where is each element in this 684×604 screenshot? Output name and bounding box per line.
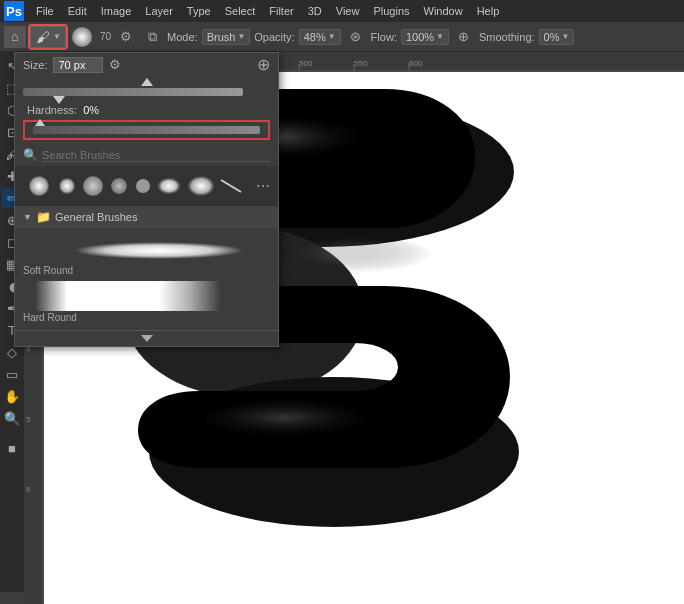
presets-scroll[interactable]: ⋯ <box>256 178 270 194</box>
svg-point-36 <box>111 178 127 194</box>
hard-round-preview <box>23 281 270 311</box>
airbrush-btn[interactable]: ⊕ <box>453 26 475 48</box>
menu-image[interactable]: Image <box>95 3 138 19</box>
smoothing-dropdown[interactable]: 0% ▼ <box>539 29 575 45</box>
hand-tool[interactable]: ✋ <box>2 386 22 406</box>
brush-presets-row: ⋯ <box>15 166 278 206</box>
hardness-slider-thumb[interactable] <box>35 119 45 126</box>
brush-size-display: 70 <box>100 31 111 42</box>
brush-presets-strip <box>23 170 243 202</box>
svg-text:550: 550 <box>354 59 368 68</box>
mode-label: Mode: <box>167 31 198 43</box>
menu-type[interactable]: Type <box>181 3 217 19</box>
brush-item-hard-round[interactable]: Hard Round <box>23 279 270 326</box>
menu-file[interactable]: File <box>30 3 60 19</box>
menu-edit[interactable]: Edit <box>62 3 93 19</box>
svg-point-37 <box>136 179 150 193</box>
flow-label: Flow: <box>371 31 397 43</box>
add-brush-btn[interactable]: ⊕ <box>257 55 270 74</box>
menu-bar: Ps File Edit Image Layer Type Select Fil… <box>0 0 684 22</box>
smoothing-label: Smoothing: <box>479 31 535 43</box>
soft-round-label: Soft Round <box>23 264 270 277</box>
brush-dropdown-chevron: ▼ <box>53 32 61 41</box>
hard-round-label: Hard Round <box>23 311 270 324</box>
brush-preview[interactable] <box>72 27 92 47</box>
hardness-slider-track[interactable] <box>33 126 260 134</box>
flow-chevron-icon: ▼ <box>436 32 444 41</box>
opacity-label: Opacity: <box>254 31 294 43</box>
size-slider-thumb[interactable] <box>53 96 65 104</box>
menu-select[interactable]: Select <box>219 3 262 19</box>
chevron-down-icon: ▼ <box>23 212 32 222</box>
home-button[interactable]: ⌂ <box>4 26 26 48</box>
opacity-chevron-icon: ▼ <box>328 32 336 41</box>
brush-item-soft-round[interactable]: Soft Round <box>23 232 270 279</box>
svg-line-40 <box>221 180 241 192</box>
mode-dropdown[interactable]: Brush ▼ <box>202 29 251 45</box>
svg-text:5: 5 <box>26 415 31 424</box>
svg-point-35 <box>83 176 103 196</box>
search-input[interactable] <box>42 149 270 162</box>
menu-window[interactable]: Window <box>418 3 469 19</box>
pressure-opacity-btn[interactable]: ⊛ <box>345 26 367 48</box>
hardness-value: 0% <box>83 104 99 116</box>
app-logo: Ps <box>4 1 24 21</box>
brush-settings-btn[interactable]: ⚙ <box>115 26 137 48</box>
svg-point-31 <box>274 237 434 277</box>
folder-icon: 📁 <box>36 210 51 224</box>
opacity-dropdown[interactable]: 48% ▼ <box>299 29 341 45</box>
menu-layer[interactable]: Layer <box>139 3 179 19</box>
brush-panel: Size: ⚙ ⊕ Hardness: 0% 🔍 <box>14 52 279 347</box>
brush-panel-footer <box>15 330 278 346</box>
svg-text:6: 6 <box>26 485 31 494</box>
size-slider-arrow-up[interactable] <box>141 78 153 86</box>
category-header[interactable]: ▼ 📁 General Brushes <box>15 206 278 228</box>
brush-settings-icon[interactable]: ⚙ <box>109 57 121 72</box>
search-icon: 🔍 <box>23 148 38 162</box>
search-row: 🔍 <box>15 144 278 166</box>
brush-category-general: ▼ 📁 General Brushes Soft Round Hard Roun… <box>15 206 278 330</box>
brush-icon: 🖌 <box>35 29 51 45</box>
menu-help[interactable]: Help <box>471 3 506 19</box>
menu-view[interactable]: View <box>330 3 366 19</box>
flow-dropdown[interactable]: 100% ▼ <box>401 29 449 45</box>
menu-plugins[interactable]: Plugins <box>367 3 415 19</box>
menu-filter[interactable]: Filter <box>263 3 299 19</box>
hardness-slider-container <box>23 120 270 140</box>
hardness-section: Hardness: 0% <box>15 100 278 144</box>
size-input[interactable] <box>53 57 103 73</box>
zoom-tool[interactable]: 🔍 <box>2 408 22 428</box>
mode-chevron-icon: ▼ <box>237 32 245 41</box>
smoothing-chevron-icon: ▼ <box>562 32 570 41</box>
svg-point-32 <box>204 400 404 444</box>
svg-point-38 <box>155 176 183 196</box>
foreground-color[interactable]: ■ <box>2 438 22 458</box>
hardness-label: Hardness: <box>27 104 77 116</box>
options-toolbar: ⌂ 🖌 ▼ 70 ⚙ ⧉ Mode: Brush ▼ Opacity: 48% … <box>0 22 684 52</box>
brush-size-row: Size: ⚙ ⊕ <box>15 53 278 76</box>
svg-point-34 <box>57 176 77 196</box>
menu-3d[interactable]: 3D <box>302 3 328 19</box>
svg-point-33 <box>27 174 51 198</box>
brush-list: Soft Round Hard Round <box>15 228 278 330</box>
size-slider-track[interactable] <box>23 88 243 96</box>
shape-tool[interactable]: ▭ <box>2 364 22 384</box>
size-slider-container <box>15 76 278 100</box>
hardness-row: Hardness: 0% <box>19 102 274 118</box>
size-label: Size: <box>23 59 47 71</box>
category-label: General Brushes <box>55 211 138 223</box>
svg-text:600: 600 <box>409 59 423 68</box>
clone-btn[interactable]: ⧉ <box>141 26 163 48</box>
collapse-arrow-icon[interactable] <box>141 335 153 342</box>
soft-round-preview <box>23 234 270 264</box>
svg-point-39 <box>185 174 217 198</box>
svg-text:500: 500 <box>299 59 313 68</box>
brush-tool-button[interactable]: 🖌 ▼ <box>30 26 66 48</box>
